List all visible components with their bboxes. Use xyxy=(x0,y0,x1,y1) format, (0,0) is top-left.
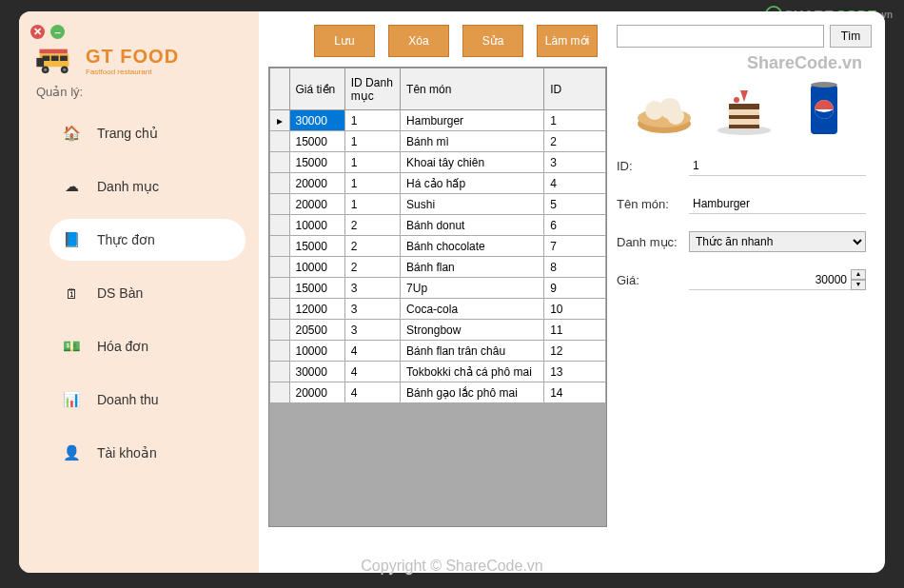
table-row[interactable]: 200001Sushi5 xyxy=(270,194,606,215)
cell-name[interactable]: Khoai tây chiên xyxy=(401,152,544,173)
cell-category[interactable]: 4 xyxy=(344,341,400,362)
col-header-category[interactable]: ID Danh mục xyxy=(344,69,400,110)
sidebar-item-3[interactable]: 🗓DS Bàn xyxy=(49,272,246,314)
cell-category[interactable]: 2 xyxy=(344,257,400,278)
cell-name[interactable]: Bánh gạo lắc phô mai xyxy=(401,382,544,403)
cell-price[interactable]: 30000 xyxy=(289,362,344,382)
minimize-icon[interactable]: – xyxy=(50,25,65,39)
sidebar-item-label: Tài khoản xyxy=(97,445,157,461)
search-button[interactable]: Tìm xyxy=(830,25,872,48)
category-select[interactable]: Thức ăn nhanh xyxy=(689,231,866,252)
col-header-price[interactable]: Giá tiền xyxy=(289,69,344,110)
cell-id[interactable]: 1 xyxy=(544,110,606,131)
search-input[interactable] xyxy=(617,25,824,48)
cell-price[interactable]: 15000 xyxy=(289,131,344,152)
id-field[interactable] xyxy=(689,155,866,176)
nav-icon: 💵 xyxy=(63,338,80,355)
cell-category[interactable]: 1 xyxy=(344,110,400,131)
sidebar-item-5[interactable]: 📊Doanh thu xyxy=(49,379,246,421)
cell-name[interactable]: Sushi xyxy=(401,194,544,215)
cell-price[interactable]: 15000 xyxy=(289,278,344,299)
cell-price[interactable]: 15000 xyxy=(289,236,344,257)
sidebar-item-6[interactable]: 👤Tài khoản xyxy=(49,432,246,474)
cell-price[interactable]: 20500 xyxy=(289,320,344,341)
cell-category[interactable]: 1 xyxy=(344,194,400,215)
cell-price[interactable]: 20000 xyxy=(289,382,344,403)
cell-id[interactable]: 9 xyxy=(544,278,606,299)
table-row[interactable]: 205003Strongbow11 xyxy=(270,320,606,341)
cell-name[interactable]: Bánh chocolate xyxy=(401,236,544,257)
cell-name[interactable]: Bánh mì xyxy=(401,131,544,152)
cell-id[interactable]: 5 xyxy=(544,194,606,215)
close-icon[interactable]: ✕ xyxy=(30,25,45,39)
save-button[interactable]: Lưu xyxy=(314,25,375,57)
cell-name[interactable]: Tokbokki chả cá phô mai xyxy=(401,362,544,382)
cell-category[interactable]: 1 xyxy=(344,173,400,194)
table-row[interactable]: 200004Bánh gạo lắc phô mai14 xyxy=(270,382,606,403)
table-row[interactable]: 100002Bánh donut6 xyxy=(270,215,606,236)
cell-price[interactable]: 12000 xyxy=(289,299,344,320)
cell-name[interactable]: 7Up xyxy=(401,278,544,299)
cell-id[interactable]: 12 xyxy=(544,341,606,362)
col-header-name[interactable]: Tên món xyxy=(401,69,544,110)
cell-category[interactable]: 4 xyxy=(344,382,400,403)
cell-category[interactable]: 4 xyxy=(344,362,400,382)
cell-category[interactable]: 1 xyxy=(344,131,400,152)
table-row[interactable]: 300004Tokbokki chả cá phô mai13 xyxy=(270,362,606,382)
sidebar-item-0[interactable]: 🏠Trang chủ xyxy=(49,112,246,154)
name-field[interactable] xyxy=(689,193,866,214)
sidebar-item-label: Trang chủ xyxy=(97,126,158,141)
cell-name[interactable]: Bánh flan trân châu xyxy=(401,341,544,362)
table-row[interactable]: 200001Há cảo hấp4 xyxy=(270,173,606,194)
cell-category[interactable]: 3 xyxy=(344,320,400,341)
cell-price[interactable]: 10000 xyxy=(289,257,344,278)
refresh-button[interactable]: Làm mới xyxy=(537,25,598,57)
cell-name[interactable]: Strongbow xyxy=(401,320,544,341)
cell-id[interactable]: 6 xyxy=(544,215,606,236)
cell-id[interactable]: 4 xyxy=(544,173,606,194)
cell-category[interactable]: 2 xyxy=(344,215,400,236)
cell-id[interactable]: 14 xyxy=(544,382,606,403)
table-row[interactable]: 150001Bánh mì2 xyxy=(270,131,606,152)
copyright-watermark: Copyright © ShareCode.vn xyxy=(361,558,542,575)
cell-id[interactable]: 10 xyxy=(544,299,606,320)
cell-name[interactable]: Bánh flan xyxy=(401,257,544,278)
cell-category[interactable]: 1 xyxy=(344,152,400,173)
cell-id[interactable]: 13 xyxy=(544,362,606,382)
table-row[interactable]: 150002Bánh chocolate7 xyxy=(270,236,606,257)
col-header-id[interactable]: ID xyxy=(544,69,606,110)
sidebar-item-4[interactable]: 💵Hóa đơn xyxy=(49,325,246,367)
edit-button[interactable]: Sửa xyxy=(462,25,523,57)
cell-category[interactable]: 2 xyxy=(344,236,400,257)
cell-name[interactable]: Coca-cola xyxy=(401,299,544,320)
spinner-up-icon[interactable]: ▲ xyxy=(851,269,866,280)
table-row[interactable]: 100004Bánh flan trân châu12 xyxy=(270,341,606,362)
cell-price[interactable]: 10000 xyxy=(289,215,344,236)
cell-name[interactable]: Bánh donut xyxy=(401,215,544,236)
cell-price[interactable]: 15000 xyxy=(289,152,344,173)
table-row[interactable]: 150001Khoai tây chiên3 xyxy=(270,152,606,173)
cell-id[interactable]: 2 xyxy=(544,131,606,152)
table-row[interactable]: 100002Bánh flan8 xyxy=(270,257,606,278)
cell-price[interactable]: 20000 xyxy=(289,194,344,215)
cell-price[interactable]: 20000 xyxy=(289,173,344,194)
table-row[interactable]: 120003Coca-cola10 xyxy=(270,299,606,320)
cell-name[interactable]: Hamburger xyxy=(401,110,544,131)
cell-category[interactable]: 3 xyxy=(344,299,400,320)
spinner-down-icon[interactable]: ▼ xyxy=(851,280,866,290)
price-field[interactable] xyxy=(689,269,851,290)
data-grid[interactable]: Giá tiền ID Danh mục Tên món ID ▸300001H… xyxy=(268,67,607,527)
cell-category[interactable]: 3 xyxy=(344,278,400,299)
cell-id[interactable]: 7 xyxy=(544,236,606,257)
delete-button[interactable]: Xóa xyxy=(388,25,449,57)
cell-price[interactable]: 30000 xyxy=(289,110,344,131)
cell-id[interactable]: 11 xyxy=(544,320,606,341)
table-row[interactable]: ▸300001Hamburger1 xyxy=(270,110,606,131)
cell-id[interactable]: 8 xyxy=(544,257,606,278)
cell-id[interactable]: 3 xyxy=(544,152,606,173)
cell-price[interactable]: 10000 xyxy=(289,341,344,362)
table-row[interactable]: 1500037Up9 xyxy=(270,278,606,299)
sidebar-item-1[interactable]: ☁Danh mục xyxy=(49,166,246,207)
sidebar-item-2[interactable]: 📘Thực đơn xyxy=(49,219,246,261)
cell-name[interactable]: Há cảo hấp xyxy=(401,173,544,194)
